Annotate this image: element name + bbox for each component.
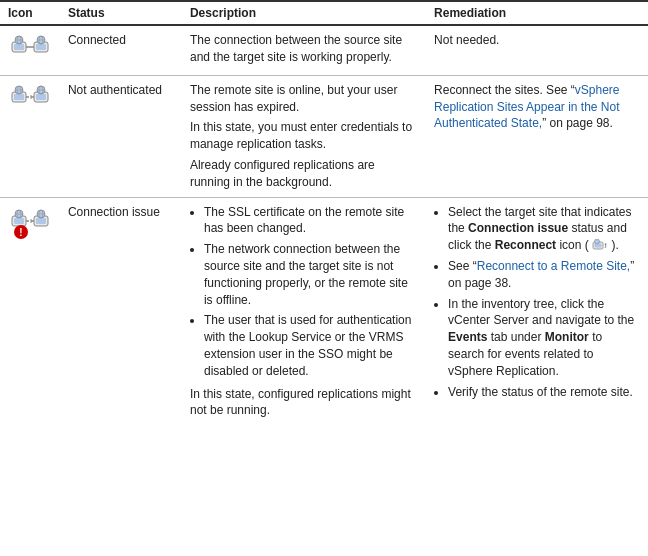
col-header-icon: Icon bbox=[0, 1, 60, 25]
icon-cell-connected bbox=[0, 25, 60, 75]
status-connected: Connected bbox=[60, 25, 182, 75]
table-row: ! Connection issue The SSL certificate o… bbox=[0, 197, 648, 425]
col-header-status: Status bbox=[60, 1, 182, 25]
svg-point-41 bbox=[595, 239, 600, 244]
svg-text:!: ! bbox=[19, 227, 22, 238]
svg-rect-30 bbox=[36, 218, 46, 224]
connected-icon bbox=[11, 34, 49, 64]
svg-rect-4 bbox=[36, 44, 46, 50]
svg-rect-25 bbox=[14, 218, 24, 224]
col-header-description: Description bbox=[182, 1, 426, 25]
connection-issue-icon: ! bbox=[11, 206, 49, 242]
svg-rect-1 bbox=[14, 44, 24, 50]
not-auth-link[interactable]: vSphere Replication Sites Appear in the … bbox=[434, 83, 619, 131]
reconnect-link[interactable]: Reconnect to a Remote Site, bbox=[477, 259, 630, 273]
table-row: Connected The connection between the sou… bbox=[0, 25, 648, 75]
reconnect-inline-icon bbox=[592, 239, 608, 253]
rem-not-auth: Reconnect the sites. See “vSphere Replic… bbox=[426, 75, 648, 197]
icon-cell-conn-issue: ! bbox=[0, 197, 60, 425]
status-not-auth: Not authenticated bbox=[60, 75, 182, 197]
svg-rect-17 bbox=[36, 94, 46, 100]
desc-connected: The connection between the source site a… bbox=[182, 25, 426, 75]
icon-cell-not-auth bbox=[0, 75, 60, 197]
rem-conn-issue: Select the target site that indicates th… bbox=[426, 197, 648, 425]
svg-rect-12 bbox=[14, 94, 24, 100]
desc-conn-issue: The SSL certificate on the remote site h… bbox=[182, 197, 426, 425]
table-row: Not authenticated The remote site is onl… bbox=[0, 75, 648, 197]
col-header-remediation: Remediation bbox=[426, 1, 648, 25]
not-authenticated-icon bbox=[11, 84, 49, 114]
status-conn-issue: Connection issue bbox=[60, 197, 182, 425]
desc-not-auth: The remote site is online, but your user… bbox=[182, 75, 426, 197]
rem-connected: Not needed. bbox=[426, 25, 648, 75]
